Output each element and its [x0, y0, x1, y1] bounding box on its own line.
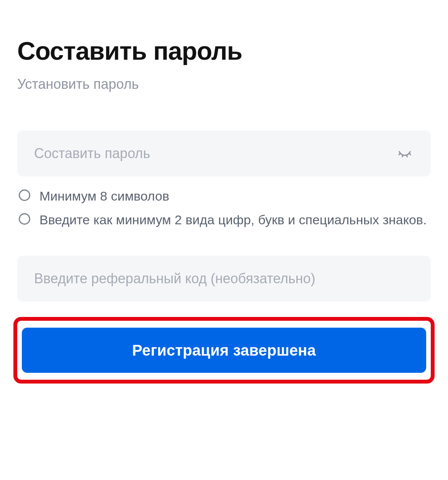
submit-highlight-box: Регистрация завершена — [13, 317, 435, 384]
page-subtitle: Установить пароль — [17, 76, 431, 92]
svg-line-3 — [409, 153, 410, 155]
referral-input-wrap — [17, 256, 431, 302]
requirement-text: Введите как минимум 2 вида цифр, букв и … — [39, 211, 427, 229]
eye-closed-icon[interactable] — [396, 144, 414, 163]
referral-code-input[interactable] — [34, 256, 414, 302]
svg-line-0 — [399, 153, 400, 155]
requirement-text: Минимум 8 символов — [39, 187, 169, 206]
password-requirements: Минимум 8 символов Введите как минимум 2… — [19, 187, 431, 229]
circle-unchecked-icon — [19, 213, 30, 225]
circle-unchecked-icon — [19, 189, 30, 201]
password-input-wrap — [17, 131, 431, 176]
complete-registration-button[interactable]: Регистрация завершена — [22, 328, 426, 373]
password-input[interactable] — [34, 131, 396, 176]
svg-line-2 — [407, 155, 407, 157]
requirement-item: Введите как минимум 2 вида цифр, букв и … — [19, 211, 431, 229]
registration-password-screen: Составить пароль Установить пароль Миним… — [0, 0, 448, 384]
requirement-item: Минимум 8 символов — [19, 187, 431, 206]
page-title: Составить пароль — [17, 36, 431, 65]
svg-line-1 — [402, 155, 403, 157]
